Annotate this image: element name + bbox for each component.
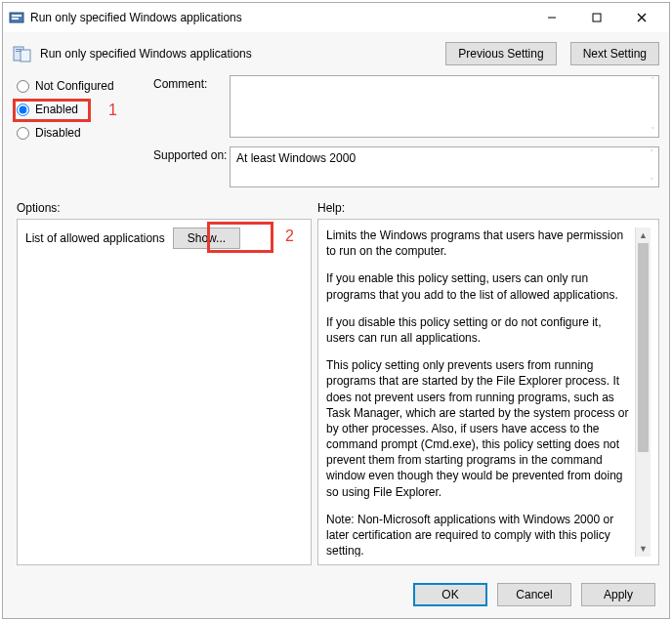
radio-enabled[interactable]: Enabled 1 bbox=[17, 103, 153, 116]
annotation-number-2: 2 bbox=[285, 228, 294, 245]
radio-enabled-label: Enabled bbox=[35, 103, 78, 116]
footer-buttons: OK Cancel Apply bbox=[3, 575, 669, 618]
window-title: Run only specified Windows applications bbox=[30, 11, 538, 24]
comment-label: Comment: bbox=[153, 75, 230, 91]
policy-icon bbox=[13, 45, 32, 62]
allowed-apps-row: List of allowed applications Show... 2 bbox=[25, 228, 303, 249]
scroll-track[interactable] bbox=[636, 243, 651, 541]
next-setting-button[interactable]: Next Setting bbox=[570, 42, 659, 65]
maximize-button[interactable] bbox=[583, 8, 610, 27]
section-labels: Options: Help: bbox=[3, 187, 669, 219]
help-p3: If you disable this policy setting or do… bbox=[326, 314, 631, 346]
radio-not-configured-label: Not Configured bbox=[35, 79, 114, 93]
supported-on-box: At least Windows 2000 ˄˅ bbox=[230, 146, 659, 187]
show-button[interactable]: Show... bbox=[173, 228, 240, 249]
svg-rect-9 bbox=[16, 49, 21, 50]
help-text: Limits the Windows programs that users h… bbox=[326, 228, 635, 557]
help-p2: If you enable this policy setting, users… bbox=[326, 270, 631, 302]
scroll-thumb[interactable] bbox=[638, 243, 649, 452]
minimize-button[interactable] bbox=[538, 8, 566, 27]
app-icon bbox=[9, 10, 24, 25]
panes: List of allowed applications Show... 2 L… bbox=[3, 219, 669, 575]
radio-disabled-label: Disabled bbox=[35, 126, 81, 140]
titlebar: Run only specified Windows applications bbox=[3, 3, 669, 32]
state-radios: Not Configured Enabled 1 Disabled bbox=[17, 75, 153, 187]
cancel-button[interactable]: Cancel bbox=[497, 583, 571, 606]
radio-not-configured-input[interactable] bbox=[17, 80, 29, 93]
supported-on-value: At least Windows 2000 bbox=[236, 151, 356, 165]
help-scrollbar[interactable]: ▲ ▼ bbox=[635, 228, 651, 557]
window-controls bbox=[538, 8, 655, 27]
header-row: Run only specified Windows applications … bbox=[3, 32, 669, 69]
comment-scrollbar[interactable]: ˄˅ bbox=[648, 77, 657, 136]
dialog-window: Run only specified Windows applications … bbox=[2, 2, 670, 619]
options-pane: List of allowed applications Show... 2 bbox=[17, 219, 312, 565]
annotation-number-1: 1 bbox=[108, 102, 117, 119]
options-label: Options: bbox=[17, 201, 317, 215]
svg-rect-10 bbox=[16, 51, 21, 52]
svg-rect-4 bbox=[593, 14, 601, 21]
help-p4: This policy setting only prevents users … bbox=[326, 357, 631, 500]
fields: Comment: ˄˅ Supported on: At least Windo… bbox=[153, 75, 659, 187]
ok-button[interactable]: OK bbox=[413, 583, 487, 606]
help-p5a: Note: Non-Microsoft applications with Wi… bbox=[326, 513, 613, 557]
help-label: Help: bbox=[317, 201, 345, 215]
policy-title: Run only specified Windows applications bbox=[40, 47, 445, 61]
help-pane: Limits the Windows programs that users h… bbox=[317, 219, 659, 565]
close-button[interactable] bbox=[628, 8, 655, 27]
svg-rect-8 bbox=[21, 50, 30, 62]
apply-button[interactable]: Apply bbox=[581, 583, 655, 606]
radio-enabled-input[interactable] bbox=[17, 104, 29, 116]
supported-on-label: Supported on: bbox=[153, 146, 230, 162]
svg-rect-1 bbox=[12, 15, 21, 17]
scroll-up-icon[interactable]: ▲ bbox=[636, 228, 651, 243]
radio-disabled[interactable]: Disabled bbox=[17, 126, 153, 140]
comment-textarea[interactable] bbox=[230, 75, 659, 138]
supported-scrollbar[interactable]: ˄˅ bbox=[647, 149, 656, 186]
radio-disabled-input[interactable] bbox=[17, 127, 29, 140]
previous-setting-button[interactable]: Previous Setting bbox=[445, 42, 556, 65]
config-row: Not Configured Enabled 1 Disabled Commen… bbox=[3, 69, 669, 187]
radio-not-configured[interactable]: Not Configured bbox=[17, 79, 153, 93]
scroll-down-icon[interactable]: ▼ bbox=[636, 541, 651, 557]
svg-rect-2 bbox=[12, 18, 19, 20]
help-p1: Limits the Windows programs that users h… bbox=[326, 228, 631, 259]
allowed-apps-label: List of allowed applications bbox=[25, 231, 165, 245]
